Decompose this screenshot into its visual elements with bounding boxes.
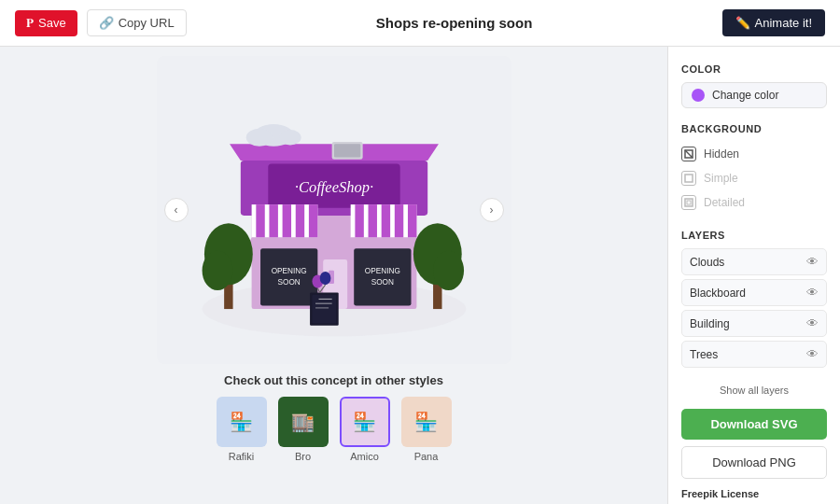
copy-url-button[interactable]: 🔗 Copy URL xyxy=(87,9,187,36)
layer-trees[interactable]: Trees 👁 xyxy=(681,341,827,368)
svg-text:SOON: SOON xyxy=(277,278,300,287)
svg-text:OPENING: OPENING xyxy=(364,267,399,275)
prev-arrow[interactable]: ‹ xyxy=(164,198,189,222)
simple-bg-icon xyxy=(681,171,696,186)
rafiki-label: Rafiki xyxy=(229,451,255,462)
svg-text:SOON: SOON xyxy=(371,278,393,287)
change-color-button[interactable]: Change color xyxy=(681,82,827,108)
svg-rect-16 xyxy=(381,204,389,237)
svg-rect-50 xyxy=(685,175,693,182)
pana-label: Pana xyxy=(414,451,439,462)
background-section-title: BACKGROUND xyxy=(681,123,827,134)
toolbar: 𝐏 Save 🔗 Copy URL Shops re-opening soon … xyxy=(0,0,840,47)
layer-building[interactable]: Building 👁 xyxy=(681,310,827,337)
svg-point-46 xyxy=(245,129,272,147)
style-thumb-amico[interactable]: 🏪 Amico xyxy=(340,397,390,462)
pinterest-icon: 𝐏 xyxy=(26,16,34,31)
svg-rect-8 xyxy=(269,204,277,237)
svg-rect-18 xyxy=(407,204,415,237)
freepik-license-label: Freepik License xyxy=(681,488,827,499)
illustration-container: ‹ ·CoffeeShop· xyxy=(157,56,511,364)
eye-blackboard-icon: 👁 xyxy=(806,286,819,300)
layer-clouds[interactable]: Clouds 👁 xyxy=(681,248,827,275)
download-svg-button[interactable]: Download SVG xyxy=(681,409,827,440)
bg-detailed-option[interactable]: Detailed xyxy=(681,190,827,215)
svg-rect-11 xyxy=(308,204,316,237)
right-panel: COLOR Change color BACKGROUND Hidden xyxy=(667,47,840,504)
svg-rect-14 xyxy=(355,204,363,237)
style-thumb-pana[interactable]: 🏪 Pana xyxy=(401,397,452,462)
pana-thumbnail: 🏪 xyxy=(401,397,452,447)
eye-clouds-icon: 👁 xyxy=(806,255,819,269)
svg-point-47 xyxy=(279,130,301,146)
layers-section: Clouds 👁 Blackboard 👁 Building 👁 Trees 👁 xyxy=(681,248,827,371)
svg-rect-15 xyxy=(368,204,376,237)
show-all-layers-link[interactable]: Show all layers xyxy=(681,385,827,396)
style-thumb-rafiki[interactable]: 🏪 Rafiki xyxy=(217,397,267,462)
app-window: 𝐏 Save 🔗 Copy URL Shops re-opening soon … xyxy=(0,0,840,504)
detailed-bg-icon xyxy=(681,195,696,210)
amico-thumbnail: 🏪 xyxy=(340,397,390,447)
layer-blackboard[interactable]: Blackboard 👁 xyxy=(681,279,827,306)
svg-rect-10 xyxy=(295,204,303,237)
amico-label: Amico xyxy=(350,451,379,462)
svg-marker-19 xyxy=(344,237,422,248)
svg-point-32 xyxy=(202,251,232,290)
download-png-button[interactable]: Download PNG xyxy=(681,446,827,479)
coffee-shop-illustration: ·CoffeeShop· xyxy=(157,56,511,364)
svg-rect-51 xyxy=(685,199,693,206)
svg-point-35 xyxy=(433,251,464,290)
layers-section-title: LAYERS xyxy=(681,230,827,241)
bro-thumbnail: 🏬 xyxy=(278,397,329,447)
svg-line-49 xyxy=(685,150,693,158)
svg-marker-12 xyxy=(245,237,323,248)
bro-label: Bro xyxy=(295,451,311,462)
page-title: Shops re-opening soon xyxy=(196,15,713,31)
style-thumb-bro[interactable]: 🏬 Bro xyxy=(278,397,329,462)
eye-trees-icon: 👁 xyxy=(806,347,819,361)
svg-rect-17 xyxy=(394,204,402,237)
save-button[interactable]: 𝐏 Save xyxy=(15,10,77,36)
svg-rect-29 xyxy=(334,144,360,157)
eye-building-icon: 👁 xyxy=(806,316,819,330)
rafiki-thumbnail: 🏪 xyxy=(217,397,267,447)
svg-rect-20 xyxy=(260,248,317,305)
hidden-bg-icon xyxy=(681,147,696,161)
canvas-area: ‹ ·CoffeeShop· xyxy=(0,47,667,504)
svg-rect-7 xyxy=(256,204,264,237)
next-arrow[interactable]: › xyxy=(480,198,504,222)
svg-text:OPENING: OPENING xyxy=(271,267,306,275)
color-section-title: COLOR xyxy=(681,63,827,75)
concept-section: Check out this concept in other styles 🏪… xyxy=(217,373,452,462)
background-section: Hidden Simple Detailed xyxy=(681,142,827,215)
wand-icon: ✏️ xyxy=(735,16,750,30)
bg-simple-option[interactable]: Simple xyxy=(681,166,827,190)
bg-hidden-option[interactable]: Hidden xyxy=(681,142,827,166)
animate-button[interactable]: ✏️ Animate it! xyxy=(722,9,825,36)
svg-rect-9 xyxy=(282,204,290,237)
link-icon: 🔗 xyxy=(99,16,114,30)
main-content: ‹ ·CoffeeShop· xyxy=(0,47,840,504)
svg-rect-52 xyxy=(687,201,691,204)
svg-rect-25 xyxy=(354,248,411,305)
svg-text:·CoffeeShop·: ·CoffeeShop· xyxy=(294,178,372,196)
concept-title: Check out this concept in other styles xyxy=(217,373,452,387)
style-thumbnails: 🏪 Rafiki 🏬 Bro 🏪 Amico 🏪 Pana xyxy=(217,397,452,462)
svg-point-42 xyxy=(319,272,330,285)
color-dot xyxy=(692,89,705,102)
